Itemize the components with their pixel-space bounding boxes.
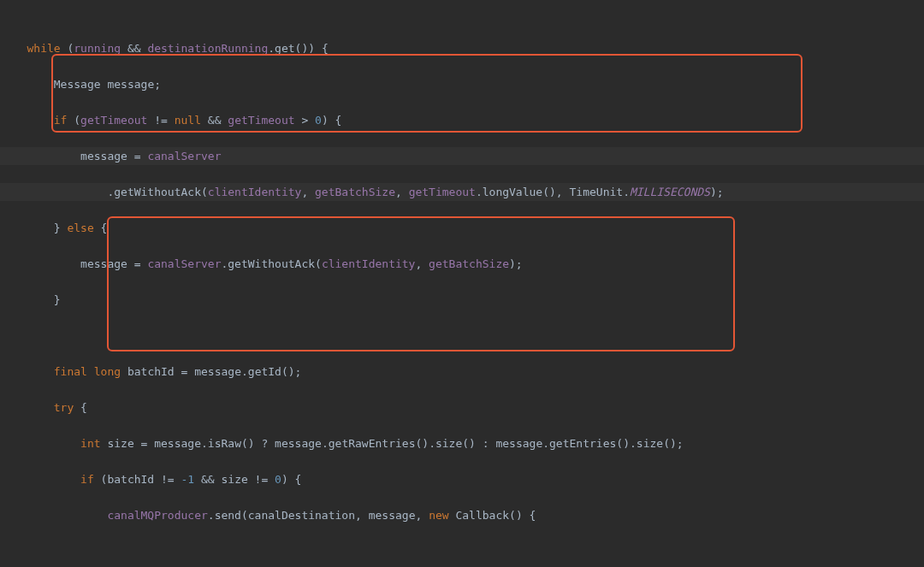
code-line: Message message;: [0, 75, 924, 93]
code-line: if (getTimeout != null && getTimeout > 0…: [0, 111, 924, 129]
code-editor[interactable]: while (running && destinationRunning.get…: [0, 0, 924, 567]
code-line: int size = message.isRaw() ? message.get…: [0, 434, 924, 452]
code-line: .getWithoutAck(clientIdentity, getBatchS…: [0, 183, 924, 201]
code-line: canalMQProducer.send(canalDestination, m…: [0, 506, 924, 524]
code-line: }: [0, 291, 924, 309]
code-line: if (batchId != -1 && size != 0) {: [0, 470, 924, 488]
code-line: try {: [0, 399, 924, 416]
code-line: final long batchId = message.getId();: [0, 363, 924, 381]
code-line: message = canalServer: [0, 147, 924, 165]
code-line: message = canalServer.getWithoutAck(clie…: [0, 255, 924, 273]
code-line: [0, 542, 924, 560]
code-line: } else {: [0, 219, 924, 237]
code-line: [0, 327, 924, 345]
code-line: while (running && destinationRunning.get…: [0, 39, 924, 57]
